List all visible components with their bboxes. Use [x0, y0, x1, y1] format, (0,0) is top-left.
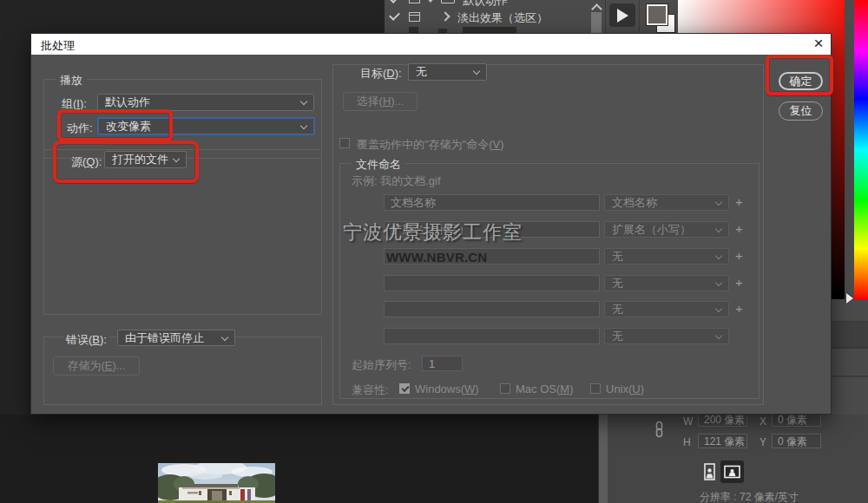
- naming-select-5[interactable]: 无: [604, 301, 729, 317]
- naming-input-1[interactable]: 文档名称: [384, 194, 600, 211]
- naming-add-5[interactable]: +: [735, 301, 743, 316]
- override-save-as-checkbox[interactable]: [339, 138, 350, 148]
- reset-button[interactable]: 复位: [779, 101, 823, 121]
- serial-number-label: 起始序列号:: [352, 357, 411, 373]
- link-dimensions-icon[interactable]: [654, 421, 665, 438]
- naming-add-4[interactable]: +: [735, 275, 743, 290]
- y-label: Y: [760, 436, 766, 448]
- naming-input-4[interactable]: [384, 275, 600, 291]
- panel-edge: [832, 322, 868, 347]
- play-button[interactable]: [609, 3, 635, 27]
- photo-document[interactable]: [158, 463, 275, 503]
- action-set-dropdown[interactable]: 默认动作: [97, 94, 314, 111]
- windows-label: Windows(W): [415, 382, 479, 395]
- chevron-down-icon: [300, 121, 307, 128]
- error-dropdown[interactable]: 由于错误而停止: [117, 330, 235, 346]
- panel-divider: [832, 376, 868, 377]
- chevron-down-icon: [300, 98, 307, 105]
- resolution-text: 分辨率 : 72 像素/英寸: [700, 490, 799, 503]
- annotation-box-ok: [766, 55, 833, 95]
- action-check-icon[interactable]: [389, 10, 400, 21]
- naming-input-6[interactable]: [384, 328, 600, 344]
- watermark-url: WWW.NBVR.CN: [386, 250, 487, 265]
- orientation-landscape-button[interactable]: [720, 461, 744, 483]
- action-set-label[interactable]: 默认动作: [463, 0, 508, 9]
- destination-dropdown[interactable]: 无: [408, 63, 487, 81]
- folder-icon: [441, 0, 455, 3]
- save-as-button[interactable]: 存储为(E)...: [53, 356, 140, 376]
- panel-edge: [832, 349, 868, 376]
- naming-add-2[interactable]: +: [735, 221, 743, 236]
- naming-select-4[interactable]: 无: [604, 275, 729, 291]
- file-naming-example: 示例: 我的文档.gif: [352, 173, 441, 189]
- chevron-down-icon: [715, 304, 722, 311]
- naming-select-6[interactable]: 无: [604, 328, 729, 344]
- annotation-box-action: [57, 109, 173, 141]
- height-field[interactable]: 121 像素: [698, 434, 747, 448]
- watermark-studio-name: 宁波优景摄影工作室: [343, 219, 523, 245]
- choose-button[interactable]: 选择(H)...: [343, 92, 418, 111]
- chevron-down-icon: [715, 252, 722, 258]
- unix-checkbox[interactable]: [590, 383, 601, 394]
- scrollbar-thumb[interactable]: [591, 12, 602, 33]
- naming-select-1[interactable]: 文档名称: [604, 194, 729, 211]
- annotation-box-source: [53, 140, 199, 183]
- destination-dropdown-label: 目标(D):: [358, 66, 404, 82]
- partial-text: [463, 27, 516, 33]
- chevron-down-icon: [715, 331, 722, 338]
- panel-divider: [605, 0, 606, 33]
- compatibility-label: 兼容性:: [352, 382, 389, 398]
- action-label[interactable]: 淡出效果（选区）: [457, 10, 548, 26]
- x-label: X: [760, 415, 766, 428]
- play-group-label: 播放: [56, 73, 87, 88]
- chevron-down-icon: [221, 333, 228, 340]
- width-label: W: [683, 415, 693, 428]
- y-field[interactable]: 0 像素: [772, 434, 821, 448]
- macos-label: Mac OS(M): [516, 382, 573, 395]
- override-save-as-label: 覆盖动作中的"存储为"命令(V): [357, 137, 504, 153]
- naming-input-5[interactable]: [384, 301, 600, 317]
- foreground-color-swatch[interactable]: [647, 4, 667, 25]
- serial-number-field[interactable]: 1: [422, 356, 463, 371]
- naming-add-3[interactable]: +: [735, 248, 743, 263]
- file-naming-group-label: 文件命名: [352, 157, 405, 173]
- dialog-title: 批处理: [41, 38, 75, 54]
- scroll-up-arrow-icon[interactable]: [593, 3, 600, 10]
- partial-icon: [409, 27, 418, 33]
- actions-row-partial: [385, 26, 593, 33]
- chevron-down-icon: [473, 68, 480, 75]
- dialog-titlebar[interactable]: 批处理 ×: [31, 34, 831, 55]
- action-check-icon[interactable]: [389, 0, 400, 3]
- orientation-portrait-button[interactable]: [701, 463, 718, 481]
- chevron-right-icon[interactable]: [440, 11, 450, 21]
- height-label: H: [683, 436, 691, 448]
- chevron-down-icon: [715, 198, 722, 205]
- naming-select-3[interactable]: 无: [604, 248, 729, 265]
- close-icon[interactable]: ×: [809, 34, 828, 53]
- unix-label: Unix(U): [606, 382, 644, 395]
- hue-slider-bar[interactable]: [854, 0, 868, 299]
- chevron-down-icon[interactable]: [425, 0, 435, 3]
- actions-row-action[interactable]: 淡出效果（选区）: [385, 10, 593, 23]
- chevron-down-icon: [715, 225, 722, 232]
- windows-checkbox[interactable]: [399, 383, 410, 394]
- properties-panel: W 200 像素 X 0 像素 H 121 像素 Y 0 像素 分辨率 : 72…: [608, 415, 868, 503]
- naming-select-2[interactable]: 扩展名（小写）: [604, 221, 729, 238]
- panel-divider: [639, 0, 640, 33]
- chevron-down-icon: [715, 278, 722, 285]
- document-area: [0, 415, 598, 503]
- dialog-toggle-icon[interactable]: [409, 12, 420, 22]
- dialog-toggle-icon[interactable]: [409, 0, 420, 3]
- play-icon: [617, 9, 629, 23]
- error-dropdown-label: 错误(B):: [63, 332, 109, 348]
- macos-checkbox[interactable]: [500, 383, 510, 394]
- hue-slider-arrow-icon[interactable]: [846, 293, 853, 304]
- screenshot-root: 默认动作 淡出效果（选区）: [0, 0, 868, 503]
- actions-row-set[interactable]: 默认动作: [385, 0, 593, 7]
- naming-add-1[interactable]: +: [735, 194, 743, 209]
